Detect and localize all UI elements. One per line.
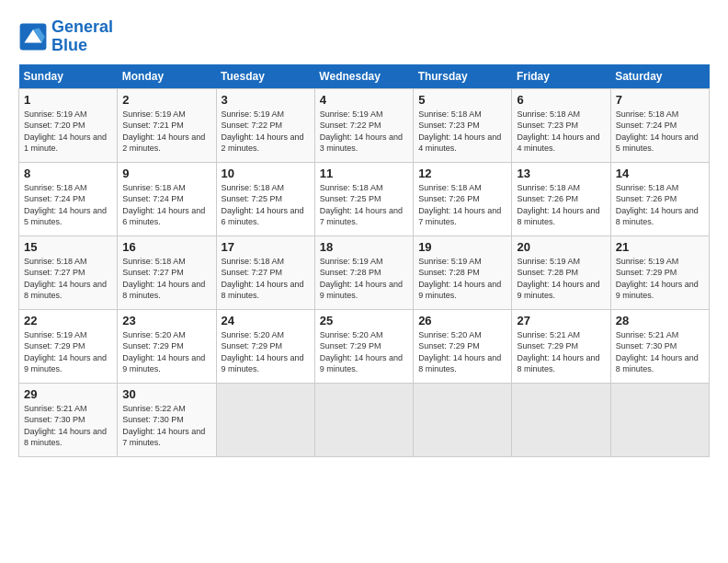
calendar-week-2: 8 Sunrise: 5:18 AMSunset: 7:24 PMDayligh… bbox=[19, 162, 710, 236]
calendar-week-3: 15 Sunrise: 5:18 AMSunset: 7:27 PMDaylig… bbox=[19, 236, 710, 309]
day-number: 27 bbox=[517, 314, 605, 327]
day-info: Sunrise: 5:18 AMSunset: 7:24 PMDaylight:… bbox=[24, 182, 112, 228]
day-number: 23 bbox=[122, 314, 210, 327]
calendar-cell: 8 Sunrise: 5:18 AMSunset: 7:24 PMDayligh… bbox=[19, 162, 118, 236]
calendar-cell: 27 Sunrise: 5:21 AMSunset: 7:29 PMDaylig… bbox=[512, 309, 610, 383]
day-number: 18 bbox=[320, 240, 408, 254]
day-info: Sunrise: 5:18 AMSunset: 7:24 PMDaylight:… bbox=[616, 109, 704, 155]
day-number: 16 bbox=[122, 240, 210, 254]
day-number: 22 bbox=[24, 314, 112, 327]
weekday-header-saturday: Saturday bbox=[610, 64, 709, 89]
day-number: 20 bbox=[517, 240, 605, 254]
day-info: Sunrise: 5:19 AMSunset: 7:22 PMDaylight:… bbox=[320, 109, 408, 155]
day-info: Sunrise: 5:21 AMSunset: 7:30 PMDaylight:… bbox=[616, 329, 704, 375]
calendar-cell: 14 Sunrise: 5:18 AMSunset: 7:26 PMDaylig… bbox=[610, 162, 709, 236]
day-info: Sunrise: 5:19 AMSunset: 7:29 PMDaylight:… bbox=[24, 329, 112, 375]
day-number: 4 bbox=[320, 93, 408, 107]
calendar-cell bbox=[610, 383, 709, 456]
page-header: General Blue bbox=[18, 18, 710, 55]
calendar-cell bbox=[314, 383, 413, 456]
day-number: 29 bbox=[24, 387, 112, 401]
day-info: Sunrise: 5:21 AMSunset: 7:29 PMDaylight:… bbox=[517, 329, 605, 375]
day-number: 1 bbox=[24, 93, 112, 107]
calendar-cell: 16 Sunrise: 5:18 AMSunset: 7:27 PMDaylig… bbox=[118, 236, 216, 309]
calendar-cell: 26 Sunrise: 5:20 AMSunset: 7:29 PMDaylig… bbox=[414, 309, 512, 383]
day-info: Sunrise: 5:18 AMSunset: 7:25 PMDaylight:… bbox=[320, 182, 408, 228]
calendar-cell: 22 Sunrise: 5:19 AMSunset: 7:29 PMDaylig… bbox=[19, 309, 118, 383]
day-info: Sunrise: 5:18 AMSunset: 7:25 PMDaylight:… bbox=[222, 182, 310, 228]
calendar-cell: 9 Sunrise: 5:18 AMSunset: 7:24 PMDayligh… bbox=[118, 162, 216, 236]
day-info: Sunrise: 5:21 AMSunset: 7:30 PMDaylight:… bbox=[24, 403, 112, 449]
day-info: Sunrise: 5:20 AMSunset: 7:29 PMDaylight:… bbox=[122, 329, 210, 375]
calendar-cell: 11 Sunrise: 5:18 AMSunset: 7:25 PMDaylig… bbox=[314, 162, 413, 236]
calendar-cell: 1 Sunrise: 5:19 AMSunset: 7:20 PMDayligh… bbox=[19, 88, 118, 162]
day-info: Sunrise: 5:18 AMSunset: 7:26 PMDaylight:… bbox=[517, 182, 605, 228]
calendar-cell: 12 Sunrise: 5:18 AMSunset: 7:26 PMDaylig… bbox=[414, 162, 512, 236]
day-number: 10 bbox=[222, 167, 310, 180]
calendar-cell: 29 Sunrise: 5:21 AMSunset: 7:30 PMDaylig… bbox=[19, 383, 118, 456]
day-number: 13 bbox=[517, 167, 605, 180]
day-number: 3 bbox=[222, 93, 310, 107]
day-info: Sunrise: 5:19 AMSunset: 7:29 PMDaylight:… bbox=[616, 256, 704, 302]
day-info: Sunrise: 5:18 AMSunset: 7:26 PMDaylight:… bbox=[418, 182, 506, 228]
day-info: Sunrise: 5:18 AMSunset: 7:27 PMDaylight:… bbox=[222, 256, 310, 302]
calendar-cell: 10 Sunrise: 5:18 AMSunset: 7:25 PMDaylig… bbox=[216, 162, 314, 236]
day-info: Sunrise: 5:18 AMSunset: 7:24 PMDaylight:… bbox=[122, 182, 210, 228]
day-info: Sunrise: 5:18 AMSunset: 7:27 PMDaylight:… bbox=[122, 256, 210, 302]
day-info: Sunrise: 5:20 AMSunset: 7:29 PMDaylight:… bbox=[320, 329, 408, 375]
calendar-cell: 28 Sunrise: 5:21 AMSunset: 7:30 PMDaylig… bbox=[610, 309, 709, 383]
day-number: 14 bbox=[616, 167, 704, 180]
day-number: 30 bbox=[122, 387, 210, 401]
calendar-cell: 6 Sunrise: 5:18 AMSunset: 7:23 PMDayligh… bbox=[512, 88, 610, 162]
day-number: 25 bbox=[320, 314, 408, 327]
day-number: 11 bbox=[320, 167, 408, 180]
day-info: Sunrise: 5:18 AMSunset: 7:23 PMDaylight:… bbox=[418, 109, 506, 155]
day-number: 15 bbox=[24, 240, 112, 254]
day-info: Sunrise: 5:18 AMSunset: 7:26 PMDaylight:… bbox=[616, 182, 704, 228]
calendar-cell bbox=[512, 383, 610, 456]
logo: General Blue bbox=[18, 18, 113, 55]
day-number: 21 bbox=[616, 240, 704, 254]
calendar-cell: 25 Sunrise: 5:20 AMSunset: 7:29 PMDaylig… bbox=[314, 309, 413, 383]
calendar-cell: 20 Sunrise: 5:19 AMSunset: 7:28 PMDaylig… bbox=[512, 236, 610, 309]
day-number: 2 bbox=[122, 93, 210, 107]
day-number: 5 bbox=[418, 93, 506, 107]
calendar-cell: 30 Sunrise: 5:22 AMSunset: 7:30 PMDaylig… bbox=[118, 383, 216, 456]
weekday-header-friday: Friday bbox=[512, 64, 610, 89]
weekday-header-monday: Monday bbox=[118, 64, 216, 89]
calendar-cell: 21 Sunrise: 5:19 AMSunset: 7:29 PMDaylig… bbox=[610, 236, 709, 309]
logo-icon bbox=[18, 22, 48, 52]
calendar-cell: 23 Sunrise: 5:20 AMSunset: 7:29 PMDaylig… bbox=[118, 309, 216, 383]
day-info: Sunrise: 5:20 AMSunset: 7:29 PMDaylight:… bbox=[222, 329, 310, 375]
calendar-header: SundayMondayTuesdayWednesdayThursdayFrid… bbox=[19, 64, 710, 89]
day-info: Sunrise: 5:19 AMSunset: 7:22 PMDaylight:… bbox=[222, 109, 310, 155]
calendar-cell: 15 Sunrise: 5:18 AMSunset: 7:27 PMDaylig… bbox=[19, 236, 118, 309]
day-info: Sunrise: 5:19 AMSunset: 7:28 PMDaylight:… bbox=[517, 256, 605, 302]
day-info: Sunrise: 5:19 AMSunset: 7:28 PMDaylight:… bbox=[418, 256, 506, 302]
calendar-table: SundayMondayTuesdayWednesdayThursdayFrid… bbox=[18, 64, 710, 457]
day-info: Sunrise: 5:19 AMSunset: 7:28 PMDaylight:… bbox=[320, 256, 408, 302]
calendar-week-1: 1 Sunrise: 5:19 AMSunset: 7:20 PMDayligh… bbox=[19, 88, 710, 162]
calendar-cell: 24 Sunrise: 5:20 AMSunset: 7:29 PMDaylig… bbox=[216, 309, 314, 383]
calendar-cell: 13 Sunrise: 5:18 AMSunset: 7:26 PMDaylig… bbox=[512, 162, 610, 236]
day-number: 19 bbox=[418, 240, 506, 254]
day-info: Sunrise: 5:20 AMSunset: 7:29 PMDaylight:… bbox=[418, 329, 506, 375]
weekday-header-tuesday: Tuesday bbox=[216, 64, 314, 89]
day-number: 9 bbox=[122, 167, 210, 180]
weekday-header-thursday: Thursday bbox=[414, 64, 512, 89]
day-number: 17 bbox=[222, 240, 310, 254]
day-number: 12 bbox=[418, 167, 506, 180]
logo-text: General Blue bbox=[51, 18, 113, 55]
weekday-header-sunday: Sunday bbox=[19, 64, 118, 89]
day-info: Sunrise: 5:18 AMSunset: 7:23 PMDaylight:… bbox=[517, 109, 605, 155]
day-info: Sunrise: 5:18 AMSunset: 7:27 PMDaylight:… bbox=[24, 256, 112, 302]
weekday-header-wednesday: Wednesday bbox=[314, 64, 413, 89]
day-info: Sunrise: 5:19 AMSunset: 7:21 PMDaylight:… bbox=[122, 109, 210, 155]
calendar-cell: 3 Sunrise: 5:19 AMSunset: 7:22 PMDayligh… bbox=[216, 88, 314, 162]
day-number: 28 bbox=[616, 314, 704, 327]
day-number: 24 bbox=[222, 314, 310, 327]
calendar-cell: 19 Sunrise: 5:19 AMSunset: 7:28 PMDaylig… bbox=[414, 236, 512, 309]
calendar-week-4: 22 Sunrise: 5:19 AMSunset: 7:29 PMDaylig… bbox=[19, 309, 710, 383]
day-number: 6 bbox=[517, 93, 605, 107]
calendar-week-5: 29 Sunrise: 5:21 AMSunset: 7:30 PMDaylig… bbox=[19, 383, 710, 456]
